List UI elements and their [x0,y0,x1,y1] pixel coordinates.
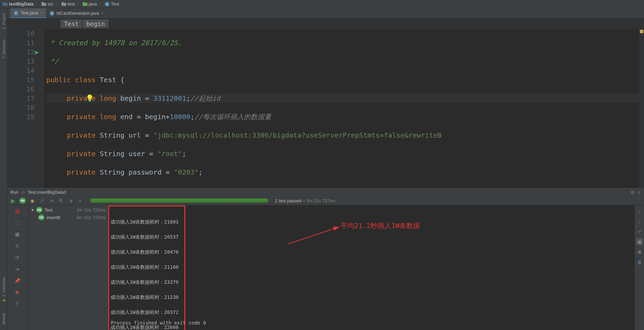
console-line: 成功插入1W条数据耗时：20470 [110,248,183,256]
crumb-src[interactable]: src [41,1,53,7]
clear-icon[interactable]: 🗑 [636,259,643,266]
folder-icon [3,2,8,6]
rerun-button[interactable]: ▶ [10,197,16,204]
toggle-passed-button[interactable]: OK [19,197,26,204]
export-icon[interactable]: ⎘ [13,242,21,250]
tool-favorites[interactable]: ★2: Favorites [1,272,6,308]
console-line: 成功插入1W条数据耗时：20537 [110,233,183,241]
stop-icon[interactable]: ✖ [13,288,21,296]
console-output[interactable]: 成功插入1W条数据耗时：21603 成功插入1W条数据耗时：20537 成功插入… [108,205,634,330]
crumb-class[interactable]: Test [61,20,82,28]
console-line: 成功插入1W条数据耗时：22608 [110,323,183,330]
breadcrumb: testBigData 〉 src 〉 test 〉 java 〉 CTest [0,0,644,8]
class-icon: C [14,11,18,15]
close-icon[interactable]: × [101,11,104,16]
crumb-class[interactable]: CTest [105,1,119,7]
tool-project[interactable]: 1: Project [1,8,6,34]
annotation-box: 成功插入1W条数据耗时：21603 成功插入1W条数据耗时：20537 成功插入… [108,205,185,330]
print-icon[interactable]: 🖶 [636,249,643,255]
tool-window-left-bar: 1: Project 7: Structure ★2: Favorites JR… [0,8,8,330]
run-side-toolbar: 🐞 ⬚ ▦ ⎘ ↺ ⇥ 📌 ✖ ? [8,205,29,330]
run-title: Run [10,190,18,195]
class-icon: C [50,11,54,16]
close-icon[interactable]: × [40,10,43,15]
scroll-end-icon[interactable]: ▣ [636,238,643,245]
tab-label: IdCardGenerator.java [56,11,99,16]
editor-error-stripe[interactable] [639,29,644,188]
debug-icon[interactable]: 🐞 [13,207,21,215]
crumb-java[interactable]: java [83,1,97,7]
class-icon: C [105,2,109,7]
console-line: 成功插入1W条数据耗时：21603 [110,218,183,226]
tool-jrebel[interactable]: JRebel [1,308,6,330]
annotation-text: 平均21.2秒插入1W条数据 [341,222,420,229]
stack-icon[interactable]: ⬚ [13,218,21,227]
console-line: 成功插入1W条数据耗时：21160 [110,263,183,271]
import-icon[interactable]: ⇥ [13,265,21,273]
help-icon[interactable]: ? [13,300,21,308]
editor-tabs: C Test.java × C IdCardGenerator.java × [8,8,644,18]
crumb-member[interactable]: begin [83,20,108,28]
chevron-right-icon: 〉 [99,1,103,7]
crumb-test[interactable]: test [62,1,75,7]
folder-icon [62,2,66,6]
tab-idcard-java[interactable]: C IdCardGenerator.java × [46,9,107,18]
tab-test-java[interactable]: C Test.java × [10,8,46,18]
code-editor[interactable]: 10 11 12▶ 13 14 15 16 17 18 19 * Created… [8,29,644,188]
tool-structure[interactable]: 7: Structure [1,34,6,64]
run-gutter-icon[interactable]: ▶ [35,48,39,57]
folder-icon [83,2,88,6]
layout-icon[interactable]: ▦ [13,230,21,238]
code-breadcrumb: Test begin [8,18,644,29]
chevron-right-icon: 〉 [36,1,39,7]
ok-icon: OK [38,214,44,220]
toggle-ignored-button[interactable]: ◉ [29,197,36,204]
history-icon[interactable]: ↺ [13,253,21,262]
pin-icon[interactable]: 📌 [13,277,21,285]
console-line: 成功插入1W条数据耗时：20372 [110,308,183,316]
intention-bulb-icon[interactable]: 💡 [86,94,94,103]
console-line: 成功插入1W条数据耗时：21230 [110,293,183,301]
ok-icon: OK [36,207,42,213]
folder-icon [41,2,46,6]
sort-button[interactable]: ↓ª [38,197,45,204]
tab-label: Test.java [21,10,38,15]
console-line: 成功插入1W条数据耗时：23270 [110,278,183,286]
chevron-right-icon: 〉 [77,1,81,7]
warning-marker[interactable] [640,30,643,33]
console-line: Process finished with exit code 0 [111,319,632,327]
code-content[interactable]: * Created by 14978 on 2017/6/25. */ publ… [43,29,639,188]
svg-line-0 [288,227,339,244]
annotation-arrow [288,225,342,246]
chevron-down-icon[interactable]: ▼ [31,208,34,212]
line-gutter: 10 11 12▶ 13 14 15 16 17 18 19 [8,29,43,188]
chevron-right-icon: 〉 [56,1,60,7]
crumb-project[interactable]: testBigData [3,1,34,7]
